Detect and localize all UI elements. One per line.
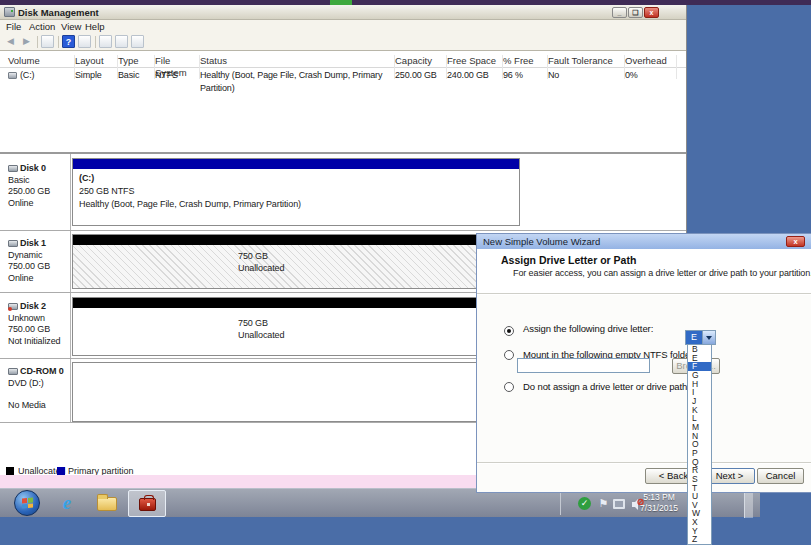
desktop: Disk Management _ ❏ x File Action View H… bbox=[0, 0, 811, 545]
windows-logo-icon bbox=[22, 497, 33, 508]
disk-icon bbox=[8, 165, 18, 172]
tray-clock[interactable]: 5:13 PM 7/31/2015 bbox=[630, 492, 688, 514]
disk-status: No Media bbox=[8, 400, 68, 410]
refresh-icon[interactable] bbox=[99, 35, 112, 48]
disk-status: Online bbox=[8, 198, 68, 208]
back-icon[interactable]: ◀ bbox=[4, 35, 17, 48]
dialog-close-button[interactable]: x bbox=[786, 236, 805, 247]
cell-status: Healthy (Boot, Page File, Crash Dump, Pr… bbox=[200, 69, 395, 95]
toolbar-separator bbox=[37, 36, 38, 48]
cell-layout: Simple bbox=[75, 69, 118, 95]
disk-kind: DVD (D:) bbox=[8, 378, 68, 388]
cell-overhead: 0% bbox=[625, 69, 677, 95]
selected-drive-letter: E bbox=[686, 331, 702, 344]
disk-size: 750.00 GB bbox=[8, 324, 68, 334]
volume-icon bbox=[8, 72, 17, 79]
window-title: Disk Management bbox=[18, 7, 99, 18]
menu-bar: File Action View Help bbox=[0, 20, 686, 33]
cell-free-space: 240.00 GB bbox=[447, 69, 503, 95]
forward-icon[interactable]: ▶ bbox=[20, 35, 33, 48]
drive-letter-combobox[interactable]: E bbox=[685, 330, 716, 345]
cd-rom-icon bbox=[8, 368, 18, 375]
clock-date: 7/31/2015 bbox=[630, 503, 688, 514]
disk-kind: Dynamic bbox=[8, 250, 68, 260]
toolbox-icon bbox=[139, 498, 156, 511]
tray-separator bbox=[560, 492, 561, 515]
disk2-label[interactable]: Disk 2 Unknown 750.00 GB Not Initialized bbox=[8, 301, 68, 346]
drive-letter-option[interactable]: Z bbox=[688, 535, 711, 544]
action-center-flag-icon[interactable]: ⚑ bbox=[597, 497, 610, 510]
rescan-disks-icon[interactable] bbox=[131, 35, 144, 48]
cell-fault-tolerance: No bbox=[548, 69, 625, 95]
minimize-button[interactable]: _ bbox=[612, 7, 627, 18]
dialog-title: New Simple Volume Wizard bbox=[483, 236, 600, 247]
row-separator bbox=[0, 230, 686, 231]
volume-table-header: Volume Layout Type File System Status Ca… bbox=[0, 55, 686, 68]
disk-name: Disk 2 bbox=[8, 301, 68, 311]
ie-icon: e bbox=[63, 492, 71, 513]
menu-action[interactable]: Action bbox=[29, 21, 55, 32]
disk-management-icon bbox=[4, 7, 15, 17]
header-separator bbox=[477, 293, 811, 294]
internet-explorer-taskbar-icon[interactable]: e bbox=[52, 491, 82, 516]
clock-time: 5:13 PM bbox=[630, 492, 688, 503]
cell-file-system: NTFS bbox=[155, 69, 200, 95]
cell-type: Basic bbox=[118, 69, 155, 95]
menu-file[interactable]: File bbox=[6, 21, 21, 32]
show-console-tree-icon[interactable] bbox=[41, 35, 54, 48]
cell-pct-free: 96 % bbox=[503, 69, 548, 95]
show-desktop-button[interactable] bbox=[744, 489, 753, 518]
assign-letter-radio[interactable] bbox=[504, 326, 514, 336]
partition-size: 750 GB bbox=[238, 318, 268, 328]
cdrom-label[interactable]: CD-ROM 0 DVD (D:) No Media bbox=[8, 366, 68, 410]
toolbar: ◀ ▶ ? bbox=[0, 33, 686, 51]
network-icon[interactable] bbox=[613, 499, 625, 509]
restore-button[interactable]: ❏ bbox=[628, 7, 643, 18]
mount-folder-radio[interactable] bbox=[504, 350, 514, 360]
wizard-subheading: For easier access, you can assign a driv… bbox=[513, 268, 811, 278]
footer-separator bbox=[477, 462, 811, 463]
no-letter-radio[interactable] bbox=[504, 382, 514, 392]
disk-status: Not Initialized bbox=[8, 336, 68, 346]
pane-splitter[interactable] bbox=[0, 152, 686, 154]
disk-icon bbox=[8, 240, 18, 247]
drive-letter-list[interactable]: BEFGHIJKLMNOPQRSTUVWXYZ bbox=[687, 344, 712, 545]
cell-capacity: 250.00 GB bbox=[395, 69, 447, 95]
menu-help[interactable]: Help bbox=[85, 21, 105, 32]
disk-management-taskbar-button[interactable] bbox=[128, 490, 166, 517]
menu-view[interactable]: View bbox=[61, 21, 81, 32]
disk-label-divider bbox=[70, 154, 71, 422]
disk0-label[interactable]: Disk 0 Basic 250.00 GB Online bbox=[8, 163, 68, 208]
disk-status: Online bbox=[8, 273, 68, 283]
mount-path-input[interactable] bbox=[517, 358, 650, 373]
partition-status: Unallocated bbox=[238, 330, 284, 340]
new-simple-volume-wizard-dialog: New Simple Volume Wizard x Assign Drive … bbox=[476, 233, 811, 493]
disk0-partition[interactable]: (C:) 250 GB NTFS Healthy (Boot, Page Fil… bbox=[72, 158, 520, 226]
partition-size: 750 GB bbox=[238, 251, 268, 261]
primary-partition-legend-swatch bbox=[57, 467, 65, 475]
folder-icon bbox=[97, 497, 117, 511]
no-letter-label: Do not assign a drive letter or drive pa… bbox=[523, 382, 763, 393]
toolbar-separator bbox=[58, 36, 59, 48]
toolbar-separator bbox=[95, 36, 96, 48]
close-button[interactable]: x bbox=[644, 7, 659, 18]
file-explorer-taskbar-icon[interactable] bbox=[92, 491, 122, 516]
show-action-pane-icon[interactable] bbox=[78, 35, 91, 48]
disk-error-icon bbox=[8, 303, 18, 310]
disk-kind: Basic bbox=[8, 175, 68, 185]
partition-title: (C:) bbox=[79, 173, 94, 183]
title-bar[interactable]: Disk Management _ ❏ x bbox=[0, 5, 686, 20]
help-icon[interactable]: ? bbox=[62, 35, 75, 48]
security-shield-icon[interactable]: ✓ bbox=[578, 497, 591, 510]
properties-icon[interactable] bbox=[115, 35, 128, 48]
cancel-button[interactable]: Cancel bbox=[757, 468, 804, 484]
assign-letter-label: Assign the following drive letter: bbox=[523, 324, 663, 335]
combo-dropdown-arrow-icon[interactable] bbox=[702, 331, 715, 344]
wizard-header: Assign Drive Letter or Path For easier a… bbox=[477, 249, 811, 294]
disk-kind: Unknown bbox=[8, 313, 68, 323]
start-button[interactable] bbox=[14, 490, 40, 516]
table-row[interactable]: (C:) Simple Basic NTFS Healthy (Boot, Pa… bbox=[0, 69, 686, 82]
dialog-title-bar[interactable]: New Simple Volume Wizard x bbox=[477, 234, 811, 249]
disk-size: 750.00 GB bbox=[8, 261, 68, 271]
disk1-label[interactable]: Disk 1 Dynamic 750.00 GB Online bbox=[8, 238, 68, 283]
